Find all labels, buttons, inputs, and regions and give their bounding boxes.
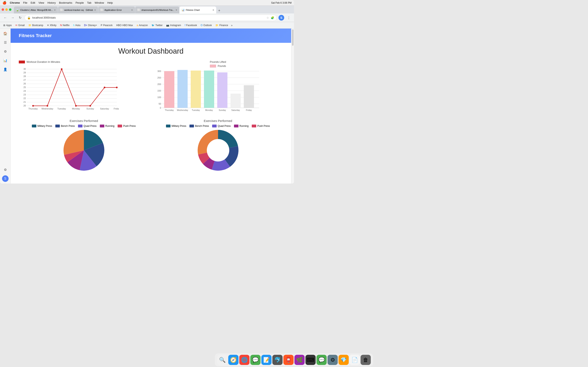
tab-clusters[interactable]: 🍃 Clusters | Atlas: MongoDB Atl... × <box>14 7 58 13</box>
tab-favicon: 📊 <box>182 8 185 11</box>
pie-right-container <box>153 130 283 171</box>
svg-text:250: 250 <box>157 76 161 79</box>
finance-icon: 📁 <box>215 24 218 27</box>
bookmark-hbomax[interactable]: HBO HBO Max <box>114 23 135 27</box>
bookmark-apps[interactable]: ⊞ Apps <box>2 23 13 27</box>
menu-history[interactable]: History <box>47 1 56 4</box>
bookmark-bootcamp[interactable]: 📁 Bootcamp <box>27 23 45 27</box>
legend-quad-press: Quad Press <box>78 125 96 127</box>
maximize-button[interactable] <box>9 8 11 11</box>
bookmark-instagram-label: Instagram <box>170 24 181 27</box>
sidebar-icon-settings[interactable]: ⚙ <box>2 48 9 55</box>
pie-chart-left: Exercises Performed Military Press Bench… <box>19 119 149 171</box>
lock-icon: 🔒 <box>27 16 31 19</box>
apple-icon[interactable]: 🍎 <box>2 1 7 5</box>
svg-point-26 <box>89 105 91 107</box>
tab-close-icon[interactable]: × <box>131 8 133 12</box>
menu-window[interactable]: Window <box>95 1 104 4</box>
legend-r-label-bench: Bench Press <box>195 125 209 127</box>
svg-point-24 <box>61 68 62 70</box>
star-icon[interactable]: ☆ <box>267 16 269 19</box>
menu-chrome[interactable]: Chrome <box>10 1 20 4</box>
bookmark-amazon-label: Amazon <box>139 24 148 27</box>
address-bar[interactable]: 🔒 localhost:3000/stats ☆ 🧩 <box>25 15 277 21</box>
legend-running: Running <box>100 125 114 127</box>
tab-close-icon[interactable]: × <box>213 8 214 12</box>
tab-close-icon[interactable]: × <box>54 8 56 12</box>
scrollbar[interactable] <box>291 29 294 184</box>
back-button[interactable]: ← <box>2 15 8 21</box>
legend-military-press: Military Press <box>32 125 52 127</box>
svg-point-28 <box>116 87 118 88</box>
profile-icon[interactable]: S <box>278 15 284 21</box>
legend-r-label-military: Military Press <box>172 125 186 127</box>
main-content: Fitness Tracker Workout Dashboard Workou… <box>11 29 291 184</box>
svg-text:Monday: Monday <box>205 109 213 111</box>
legend-color-push <box>118 125 122 127</box>
svg-text:Friday: Friday <box>114 108 119 110</box>
svg-point-23 <box>47 105 48 107</box>
app-title: Fitness Tracker <box>19 33 52 38</box>
xfinity-icon: ✕ <box>47 24 49 27</box>
legend-r-bench-press: Bench Press <box>190 125 209 127</box>
legend-label-military: Military Press <box>37 125 52 127</box>
address-url[interactable]: localhost:3000/stats <box>32 16 265 19</box>
bookmark-finance[interactable]: 📁 Finance <box>214 23 230 27</box>
bookmark-outlook-label: Outlook <box>203 24 212 27</box>
tab-apperror[interactable]: ⬜ Application Error × <box>98 7 135 13</box>
page-content: 🏠 ☰ ⚙ 📊 👤 ⚙ S Fitness Tracker Workout Da… <box>0 29 294 184</box>
bookmark-gmail[interactable]: ✉ Gmail <box>14 23 26 27</box>
bookmarks-more-button[interactable]: » <box>230 23 233 28</box>
bookmark-facebook[interactable]: f Facebook <box>183 23 199 27</box>
sidebar-icon-gear[interactable]: ⚙ <box>2 166 9 173</box>
close-button[interactable] <box>2 8 4 11</box>
scroll-thumb[interactable] <box>292 29 294 46</box>
extensions-icon[interactable]: 🧩 <box>271 16 274 19</box>
sidebar-icon-home[interactable]: 🏠 <box>2 30 9 37</box>
bar-sat <box>231 94 241 108</box>
bookmark-twitter[interactable]: 🐦 Twitter <box>150 23 164 27</box>
tab-shannon[interactable]: ⬜ shannonquinn91/Workout-Tra... × <box>135 7 179 13</box>
tab-favicon: ⬜ <box>60 8 63 11</box>
bookmark-hulu[interactable]: h Hulu <box>71 23 82 27</box>
bookmark-hulu-label: Hulu <box>75 24 80 27</box>
menu-tab[interactable]: Tab <box>87 1 91 4</box>
bookmark-xfinity[interactable]: ✕ Xfinity <box>45 23 58 27</box>
pie-right-svg <box>198 130 238 171</box>
menu-view[interactable]: View <box>38 1 44 4</box>
menu-help[interactable]: Help <box>107 1 113 4</box>
sidebar-icon-list[interactable]: ☰ <box>2 39 9 46</box>
bookmark-amazon[interactable]: a Amazon <box>135 23 149 27</box>
tab-fitnesschart[interactable]: 📊 Fitness Chart × <box>180 7 216 13</box>
tab-close-icon[interactable]: × <box>176 8 177 12</box>
legend-label-bench: Bench Press <box>61 125 75 127</box>
sidebar-icon-chart[interactable]: 📊 <box>2 57 9 64</box>
tab-github[interactable]: ⬜ workout-tracker-sq · GitHub × <box>58 7 98 13</box>
sidebar-icon-user[interactable]: 👤 <box>2 66 9 73</box>
new-tab-button[interactable]: + <box>216 8 222 13</box>
menu-people[interactable]: People <box>76 1 84 4</box>
tab-close-icon[interactable]: × <box>94 8 96 12</box>
legend-label-running: Running <box>105 125 114 127</box>
menu-bookmarks[interactable]: Bookmarks <box>59 1 72 4</box>
pie-charts-row: Exercises Performed Military Press Bench… <box>19 119 283 171</box>
menu-edit[interactable]: Edit <box>31 1 35 4</box>
menu-file[interactable]: File <box>23 1 27 4</box>
bookmark-instagram[interactable]: 📷 Instagram <box>164 23 182 27</box>
reload-button[interactable]: ↻ <box>17 15 23 21</box>
svg-text:300: 300 <box>157 70 161 72</box>
bookmark-disney[interactable]: D+ Disney+ <box>82 23 99 27</box>
bookmark-peacock[interactable]: P Peacock <box>99 23 114 27</box>
menu-icon[interactable]: ⋮ <box>286 15 292 21</box>
charts-row-1: Workout Duration In Minutes <box>19 60 283 113</box>
bookmark-netflix[interactable]: N Netflix <box>58 23 71 27</box>
bookmark-outlook[interactable]: O Outlook <box>199 23 214 27</box>
minimize-button[interactable] <box>5 8 8 11</box>
svg-text:Thursday: Thursday <box>28 108 38 110</box>
pie-left-legend: Military Press Bench Press Quad Press <box>19 125 149 127</box>
sidebar-icon-blue[interactable]: S <box>2 175 9 182</box>
tab-title: shannonquinn91/Workout-Tra... <box>141 9 174 11</box>
legend-r-color-push <box>252 125 256 127</box>
forward-button[interactable]: → <box>10 15 16 21</box>
legend-r-color-running <box>234 125 238 127</box>
